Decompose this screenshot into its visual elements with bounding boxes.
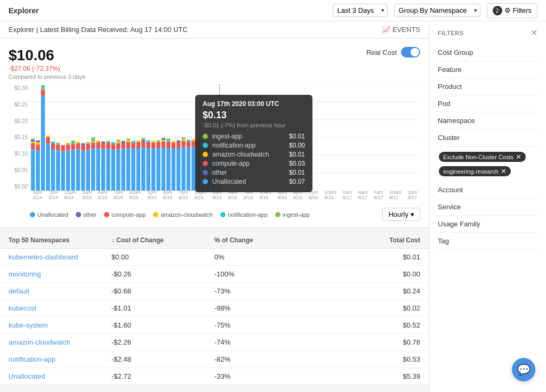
x-axis: 4pm8/14 7pm8/14 10pm8/14 1am8/15 4am8/15…	[30, 189, 420, 201]
sidebar-group-title[interactable]: Namespace	[438, 112, 537, 129]
x-label-1pm-815: 1pm8/15	[148, 190, 157, 200]
chat-button[interactable]: 💬	[512, 358, 535, 381]
namespace-link[interactable]: kubernetes-dashboard	[9, 253, 111, 261]
sidebar-group-title[interactable]: Tag	[438, 233, 537, 250]
svg-rect-45	[86, 144, 90, 150]
chart-section: $10.06 -$27.06 (-72.37%) Compared to pre…	[0, 38, 429, 228]
svg-rect-59	[106, 143, 110, 149]
y-label-0: $0.30	[9, 85, 30, 91]
filter-tag-0[interactable]: Exclude Non-Cluster Costs ✕	[439, 152, 526, 162]
x-label-4pm-815: 4pm8/15	[163, 190, 173, 200]
svg-rect-15	[36, 141, 40, 142]
remove-tag-icon[interactable]: ✕	[501, 168, 507, 175]
sidebar-title-text: FILTERS	[438, 30, 464, 36]
sidebar-group-feature: Feature	[438, 61, 537, 78]
svg-rect-53	[96, 142, 100, 148]
col-namespace: Top 50 Namespaces	[9, 236, 111, 244]
chat-icon: 💬	[517, 363, 531, 376]
svg-rect-61	[111, 150, 115, 191]
legend-label: ingest-app	[283, 211, 310, 218]
svg-rect-84	[141, 138, 145, 140]
svg-rect-94	[162, 148, 165, 191]
svg-rect-11	[31, 138, 35, 140]
date-range-select[interactable]: Last 3 Days	[333, 4, 388, 17]
filter-tag-1[interactable]: engineering-research ✕	[439, 166, 511, 176]
cost-change-cell: -$2.48	[111, 355, 214, 363]
x-label-7pm-815: 7pm8/15	[179, 190, 188, 200]
x-label-10am-816: 10am8/16	[259, 190, 271, 200]
legend-dot	[220, 212, 226, 217]
table-body: kubernetes-dashboard $0.00 0% $0.01 moni…	[0, 249, 429, 385]
x-label-4pm-814: 4pm8/14	[33, 190, 43, 200]
events-button[interactable]: 📈 EVENTS	[382, 26, 420, 34]
filter-icon: ⚙	[504, 6, 511, 14]
svg-rect-83	[141, 140, 145, 141]
svg-rect-116	[191, 141, 195, 147]
svg-rect-107	[176, 141, 180, 142]
table-row: default -$0.68 -73% $0.24	[0, 283, 429, 300]
sidebar-close-button[interactable]: ✕	[531, 28, 537, 38]
sidebar-group-title[interactable]: Usage Family	[438, 216, 537, 233]
svg-rect-21	[46, 137, 50, 143]
svg-rect-133	[216, 145, 220, 146]
svg-rect-87	[147, 141, 150, 142]
namespace-link[interactable]: notification-app	[9, 355, 111, 363]
y-label-4: $0.10	[9, 151, 30, 157]
total-cost: $10.06	[9, 47, 85, 64]
namespace-link[interactable]: kubecost	[9, 304, 111, 312]
svg-rect-39	[76, 143, 80, 149]
namespace-link[interactable]: monitoring	[9, 270, 111, 278]
pct-change-cell: -82%	[214, 355, 317, 363]
group-by-select[interactable]: Group By Namespace	[394, 4, 480, 17]
sidebar-group-title[interactable]: Cluster	[438, 129, 537, 146]
svg-rect-82	[141, 142, 145, 148]
svg-rect-25	[51, 142, 55, 143]
svg-rect-20	[46, 143, 50, 191]
total-cost-cell: $0.01	[317, 253, 420, 261]
svg-rect-48	[91, 143, 95, 149]
hourly-button[interactable]: Hourly ▾	[382, 208, 420, 221]
svg-rect-108	[181, 147, 185, 191]
remove-tag-icon[interactable]: ✕	[516, 153, 521, 160]
svg-rect-126	[206, 147, 210, 153]
svg-rect-63	[111, 142, 115, 144]
sidebar-group-title[interactable]: Pod	[438, 95, 537, 112]
table-row: notification-app -$2.48 -82% $0.53	[0, 351, 429, 368]
pct-change-cell: 0%	[214, 253, 317, 261]
sidebar-group-title[interactable]: Cost Group	[438, 44, 537, 61]
real-cost-toggle[interactable]: Real Cost	[366, 47, 420, 58]
cost-change-cell: -$2.72	[111, 372, 214, 380]
namespace-link[interactable]: kube-system	[9, 321, 111, 329]
sidebar-group-title[interactable]: Service	[438, 199, 537, 216]
date-range-wrapper[interactable]: Last 3 Days	[333, 4, 388, 17]
legend-item: ingest-app	[275, 211, 310, 218]
svg-rect-62	[111, 144, 115, 150]
svg-rect-129	[212, 146, 215, 152]
real-cost-switch[interactable]	[401, 47, 420, 58]
svg-rect-88	[151, 149, 155, 191]
legend-item: compute-app	[104, 211, 146, 218]
svg-rect-86	[147, 142, 150, 148]
svg-rect-8	[31, 143, 35, 149]
sidebar-group-title[interactable]: Account	[438, 182, 537, 199]
table-row: monitoring -$0.26 -100% $0.00	[0, 266, 429, 283]
svg-rect-50	[91, 139, 95, 141]
y-label-1: $0.25	[9, 102, 30, 108]
legend-dot	[30, 212, 35, 217]
filter-tags-container: Exclude Non-Cluster Costs ✕engineering-r…	[438, 146, 537, 182]
namespace-link[interactable]: amazon-cloudwatch	[9, 338, 111, 346]
namespace-link[interactable]: default	[9, 287, 111, 295]
group-by-wrapper[interactable]: Group By Namespace	[394, 4, 480, 17]
total-cost-cell: $0.24	[317, 287, 420, 295]
x-label-10pm-816: 10pm8/16	[324, 190, 336, 200]
chart-legend: Unallocated other compute-app amazon-clo…	[9, 203, 420, 223]
svg-rect-132	[216, 147, 220, 153]
cost-change-cell: -$1.01	[111, 304, 214, 312]
sidebar-group-title[interactable]: Feature	[438, 61, 537, 78]
filter-button[interactable]: 2 ⚙ Filters	[487, 3, 537, 18]
pct-change-cell: -100%	[214, 270, 317, 278]
pct-change-cell: -75%	[214, 321, 317, 329]
sidebar-group-title[interactable]: Product	[438, 78, 537, 95]
cost-change-cell: -$0.68	[111, 287, 214, 295]
namespace-link[interactable]: Unallocated	[9, 372, 111, 380]
